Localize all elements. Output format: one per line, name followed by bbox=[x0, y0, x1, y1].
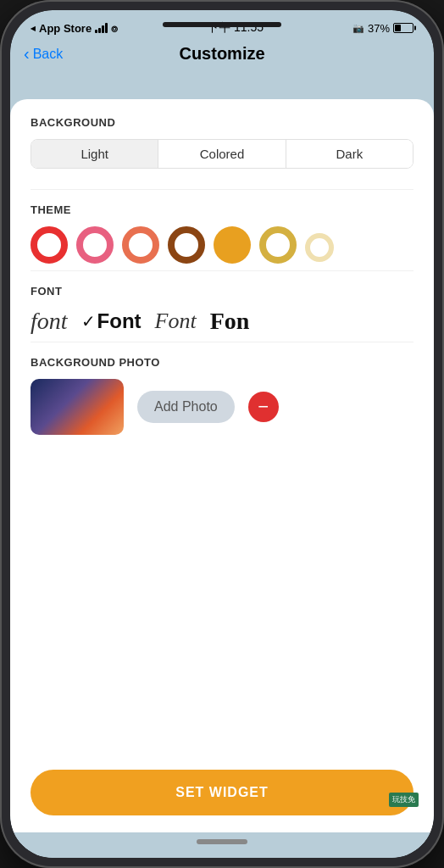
theme-circles bbox=[31, 226, 413, 264]
minus-icon: − bbox=[258, 398, 269, 416]
font-label: FONT bbox=[31, 285, 413, 298]
battery-fill bbox=[395, 25, 401, 31]
battery-icon: 📷 bbox=[352, 23, 364, 34]
theme-circle-red[interactable] bbox=[31, 226, 68, 264]
carrier-label: App Store bbox=[39, 22, 92, 35]
set-widget-button[interactable]: SET WIDGET bbox=[31, 770, 413, 815]
white-card: BACKGROUND Light Colored Dark bbox=[10, 99, 434, 832]
nav-bar: ‹ Back Customize bbox=[10, 41, 434, 74]
bg-option-light[interactable]: Light bbox=[31, 140, 158, 168]
bg-photo-row: Add Photo − bbox=[31, 379, 413, 435]
status-left: ◂ App Store ⌾ bbox=[31, 22, 118, 35]
signal-bars bbox=[95, 23, 108, 33]
screen: ◂ App Store ⌾ 下午 11:55 📷 37% bbox=[10, 10, 434, 858]
home-area bbox=[10, 832, 434, 858]
add-photo-button[interactable]: Add Photo bbox=[137, 391, 235, 423]
photo-gradient bbox=[31, 379, 124, 435]
font-option-script2[interactable]: Font bbox=[155, 309, 197, 334]
theme-section: THEME bbox=[31, 203, 413, 267]
font-option-sans[interactable]: ✓ Font bbox=[81, 309, 142, 333]
divider-3 bbox=[31, 342, 413, 342]
photo-thumbnail[interactable] bbox=[31, 379, 124, 435]
remove-photo-button[interactable]: − bbox=[248, 392, 279, 422]
watermark: 玩技免 bbox=[389, 793, 419, 807]
wifi-icon: ⌾ bbox=[111, 22, 118, 35]
battery-pct: 37% bbox=[368, 22, 390, 35]
phone-inner: ◂ App Store ⌾ 下午 11:55 📷 37% bbox=[10, 10, 434, 858]
status-right: 📷 37% bbox=[352, 22, 413, 35]
font-section: FONT font ✓ Font Font Fon bbox=[31, 285, 413, 338]
theme-circle-cream[interactable] bbox=[305, 233, 334, 262]
blue-spacer bbox=[10, 74, 434, 99]
home-indicator bbox=[197, 839, 247, 844]
theme-circle-gold-filled[interactable] bbox=[214, 226, 251, 264]
theme-circle-brown[interactable] bbox=[168, 226, 205, 264]
font-script-text: font bbox=[31, 308, 68, 335]
chevron-left-icon: ‹ bbox=[24, 45, 30, 62]
theme-circle-pink[interactable] bbox=[76, 226, 114, 264]
divider-2 bbox=[31, 270, 413, 271]
back-button[interactable]: ‹ Back bbox=[24, 47, 63, 62]
theme-circle-gold-donut[interactable] bbox=[259, 226, 297, 264]
divider-1 bbox=[31, 189, 413, 190]
font-sans-text: Font bbox=[97, 309, 142, 333]
battery bbox=[393, 23, 413, 33]
theme-circle-orange[interactable] bbox=[122, 226, 159, 264]
bg-option-colored[interactable]: Colored bbox=[158, 140, 286, 168]
chevron-left-small: ◂ bbox=[31, 23, 36, 34]
font-options: font ✓ Font Font Fon bbox=[31, 308, 413, 335]
font-option-script[interactable]: font bbox=[31, 308, 68, 335]
top-notch bbox=[163, 22, 281, 27]
font-script2-text: Font bbox=[155, 309, 197, 334]
page-title: Customize bbox=[179, 44, 264, 64]
phone-frame: ◂ App Store ⌾ 下午 11:55 📷 37% bbox=[0, 0, 444, 868]
font-check-icon: ✓ bbox=[81, 311, 96, 331]
bg-photo-label: BACKGROUND PHOTO bbox=[31, 356, 413, 369]
background-toggle: Light Colored Dark bbox=[31, 139, 413, 169]
back-label: Back bbox=[33, 47, 64, 62]
font-option-bold-serif[interactable]: Fon bbox=[210, 308, 250, 335]
bg-option-dark[interactable]: Dark bbox=[286, 140, 413, 168]
background-label: BACKGROUND bbox=[31, 116, 413, 129]
bg-photo-section: BACKGROUND PHOTO Add Photo − bbox=[31, 356, 413, 435]
battery-container bbox=[393, 23, 413, 33]
font-bold-serif-text: Fon bbox=[210, 308, 250, 335]
theme-label: THEME bbox=[31, 203, 413, 216]
background-section: BACKGROUND Light Colored Dark bbox=[31, 116, 413, 186]
